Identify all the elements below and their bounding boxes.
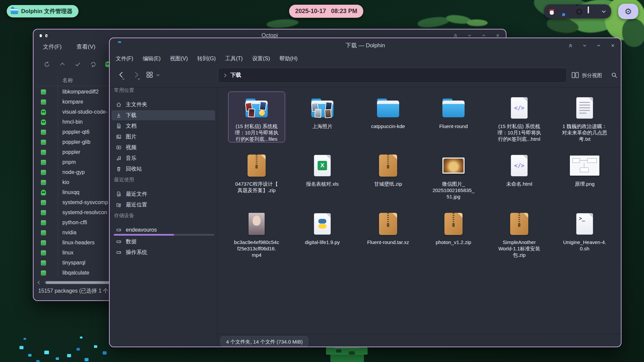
settings-button[interactable]: ⚙ [618, 4, 638, 19]
menu-settings[interactable]: 设置(S) [252, 55, 270, 62]
menu-go[interactable]: 转到(G) [197, 55, 216, 62]
file-item[interactable]: 1 魏巍的政治遗嘱：对未来革命的几点思考.txt [556, 92, 613, 142]
file-item[interactable]: Fluent-round.tar.xz [360, 207, 417, 246]
drive-icon [116, 249, 122, 255]
octopi-toolbar [44, 61, 111, 68]
pixel-plant [336, 349, 341, 353]
octopi-menu-file[interactable]: 文件(F) [43, 43, 62, 51]
rollback-icon[interactable] [90, 61, 97, 68]
dolphin-window-controls [568, 38, 615, 53]
sidebar-item-recent-file[interactable]: 最近文件 [112, 189, 215, 199]
file-name: 上海照片 [294, 123, 351, 129]
dolphin-window-title: 下载 — Dolphin [110, 38, 621, 53]
file-item[interactable]: SimpleAnotherWorld-1.1标准安装包.zip [491, 207, 548, 258]
commit-icon[interactable] [74, 61, 81, 68]
close-icon[interactable] [610, 43, 615, 48]
sidebar-item-music[interactable]: 音乐 [112, 153, 215, 163]
octopi-menu-view[interactable]: 查看(V) [76, 43, 96, 51]
minimize-icon[interactable] [582, 43, 587, 48]
package-icon [41, 230, 46, 235]
split-view-icon[interactable] [571, 71, 579, 79]
file-item[interactable]: 甘城壁纸.zip [360, 149, 417, 187]
view-mode-grid-icon[interactable] [146, 71, 153, 78]
file-item[interactable]: </> 未命名.html [491, 149, 548, 187]
folder-icon [425, 94, 482, 122]
sidebar-item-download[interactable]: 下载 [112, 110, 215, 120]
keyboard-layout-icon[interactable] [588, 7, 596, 16]
octopi-column-header-name[interactable]: 名称 [62, 77, 73, 84]
package-name: libqalculate [62, 270, 89, 276]
file-item[interactable]: 04737C程序设计【真题及答案】.zip [228, 149, 285, 194]
file-item[interactable]: X 报名表核对.xls [294, 149, 351, 187]
file-name: 报名表核对.xls [294, 181, 351, 187]
split-view-label[interactable]: 拆分视图 [582, 68, 602, 83]
sidebar-item-drive[interactable]: 数据 [112, 237, 215, 247]
clock-widget[interactable]: 2025-10-17 08:23 PM [289, 5, 363, 18]
steam-icon[interactable] [575, 7, 583, 16]
sidebar-item-label: 数据 [126, 238, 137, 245]
sidebar-item-home[interactable]: 主文件夹 [112, 100, 215, 110]
sidebar-item-label: 文档 [126, 123, 137, 130]
file-item[interactable]: 原理.png [556, 149, 613, 187]
search-icon[interactable] [611, 72, 618, 79]
drive-icon [116, 239, 122, 245]
tray-expand-chevron-icon[interactable] [601, 8, 607, 14]
download-icon [116, 112, 122, 118]
sidebar-item-drive[interactable]: 操作系统 [112, 247, 215, 257]
file-item[interactable]: (15 封私信) 系统梳理：10月1号即将执行的K签到底...files [228, 92, 285, 142]
sidebar-item-drive[interactable]: endeavouros [112, 225, 215, 235]
file-name: photon_v1.2.zip [425, 239, 482, 245]
file-item[interactable]: photon_v1.2.zip [425, 207, 482, 246]
check-updates-icon[interactable] [59, 61, 66, 68]
sidebar-item-document[interactable]: 文档 [112, 121, 215, 131]
menu-edit[interactable]: 编辑(E) [143, 55, 160, 62]
flameshot-icon[interactable] [561, 7, 570, 16]
package-name: pnpm [62, 159, 76, 165]
menu-help[interactable]: 帮助(H) [279, 55, 298, 62]
sidebar-item-trash[interactable]: 回收站 [112, 164, 215, 174]
package-name: linuxqq [62, 189, 79, 195]
file-item[interactable]: 上海照片 [294, 92, 351, 130]
package-name: poppler-qt6 [62, 129, 90, 135]
sidebar-item-recent-location[interactable]: 最近位置 [112, 200, 215, 210]
file-item[interactable]: >_ Unigine_Heaven-4.0.sh [556, 207, 613, 252]
keep-above-icon[interactable] [568, 43, 573, 48]
file-name: catppuccin-kde [360, 123, 416, 129]
back-history-caret-icon[interactable] [122, 78, 125, 80]
package-name: systemd-resolvcon [62, 209, 107, 216]
refresh-icon[interactable] [44, 61, 50, 68]
package-name: linux [62, 250, 73, 256]
maximize-icon[interactable] [596, 43, 601, 48]
file-item[interactable]: catppuccin-kde [360, 92, 417, 130]
breadcrumb-downloads[interactable]: 下载 [230, 72, 241, 79]
package-icon [41, 220, 46, 225]
package-icon [41, 260, 46, 265]
pixel-fish [44, 351, 49, 354]
scroll-left-icon[interactable] [37, 280, 41, 285]
file-item[interactable]: digital-life1.9.py [294, 207, 351, 246]
zip-icon [425, 210, 482, 238]
file-name: bc3ac9e4ef980c54cf25e313cff06d16.mp4 [228, 239, 285, 258]
forward-history-caret-icon[interactable] [137, 78, 141, 80]
sidebar-item-image[interactable]: 图片 [112, 132, 215, 142]
menu-file[interactable]: 文件(F) [116, 55, 133, 62]
gear-icon: ⚙ [625, 7, 632, 16]
sidebar-item-video[interactable]: 视频 [112, 142, 215, 153]
pixel-fish [36, 360, 40, 362]
taskbar-active-window-button[interactable]: Dolphin 文件管理器 [7, 5, 78, 17]
location-bar[interactable]: 下载 [218, 68, 567, 83]
file-item[interactable]: </> (15 封私信) 系统梳理：10月1号即将执行的K签到底...html [491, 92, 548, 142]
menu-view[interactable]: 视图(V) [170, 55, 188, 62]
package-icon [41, 180, 46, 185]
package-name: python-cffi [62, 220, 87, 226]
view-mode-caret-icon[interactable] [156, 73, 160, 77]
file-item[interactable]: 微信图片_20251002165835_51.jpg [425, 149, 482, 200]
menu-tools[interactable]: 工具(T) [225, 55, 243, 62]
file-item[interactable]: Fluent-round [425, 92, 482, 130]
sidebar-item-label: 下载 [126, 112, 137, 119]
file-item[interactable]: bc3ac9e4ef980c54cf25e313cff06d16.mp4 [228, 207, 285, 258]
file-name: 未命名.html [491, 181, 547, 187]
qq-icon[interactable] [548, 7, 556, 16]
disk-usage-bar [114, 234, 214, 236]
pixel-plant [349, 351, 355, 355]
